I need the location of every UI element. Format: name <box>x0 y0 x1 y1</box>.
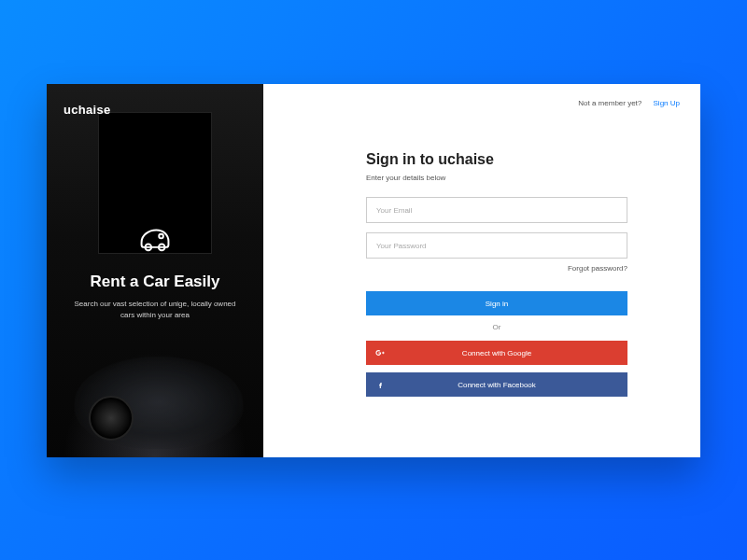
email-field[interactable] <box>366 197 627 223</box>
form-subtitle: Enter your details below <box>366 174 627 182</box>
signin-form: Sign in to uchaise Enter your details be… <box>366 151 627 404</box>
login-card: uchaise Rent a Car Easily Search our vas… <box>47 84 700 457</box>
form-panel: Not a member yet? Sign Up Sign in to uch… <box>263 84 700 457</box>
svg-point-2 <box>159 234 163 239</box>
signin-button[interactable]: Sign in <box>366 291 627 315</box>
forgot-password-link[interactable]: Forgot password? <box>568 264 627 273</box>
hero-subtitle: Search our vast selection of unige, loca… <box>71 299 239 321</box>
or-divider: Or <box>366 323 627 331</box>
google-button-label: Connect with Google <box>462 349 531 357</box>
forgot-row: Forgot password? <box>366 264 627 273</box>
hero-content: Rent a Car Easily Search our vast select… <box>47 84 263 457</box>
facebook-button-label: Connect with Facebook <box>458 381 536 389</box>
facebook-signin-button[interactable]: Connect with Facebook <box>366 372 627 397</box>
hero-panel: uchaise Rent a Car Easily Search our vas… <box>47 84 263 457</box>
password-field[interactable] <box>366 232 627 259</box>
form-title: Sign in to uchaise <box>366 151 627 168</box>
hero-title: Rent a Car Easily <box>91 273 220 291</box>
facebook-icon <box>375 380 385 389</box>
google-signin-button[interactable]: Connect with Google <box>366 341 627 365</box>
topbar-prompt: Not a member yet? <box>578 99 641 107</box>
car-icon <box>135 220 175 259</box>
signin-button-label: Sign in <box>486 300 508 308</box>
topbar: Not a member yet? Sign Up <box>578 99 680 107</box>
signup-link[interactable]: Sign Up <box>654 99 680 107</box>
google-plus-icon <box>375 348 385 357</box>
